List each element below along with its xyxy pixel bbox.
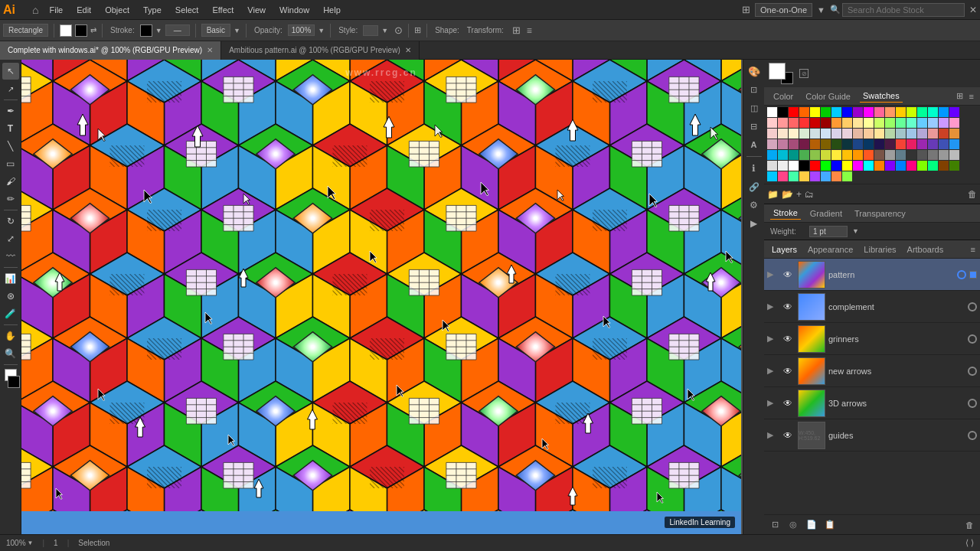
swatch-cell[interactable]: [789, 171, 799, 181]
swatch-cell[interactable]: [906, 129, 916, 139]
swatch-cell[interactable]: [864, 118, 874, 128]
menu-edit[interactable]: Edit: [70, 4, 97, 16]
swatch-cell[interactable]: [906, 150, 916, 160]
line-tool[interactable]: ╲: [2, 138, 19, 155]
layer-vis-guides[interactable]: 👁: [781, 429, 795, 442]
fill-box[interactable]: [769, 63, 786, 80]
swatch-cell[interactable]: [842, 139, 852, 149]
swatch-cell[interactable]: [917, 118, 927, 128]
opacity-value[interactable]: 100%: [288, 24, 315, 36]
swatch-cell[interactable]: [949, 139, 959, 149]
style-arrow[interactable]: ▼: [381, 27, 388, 34]
swatch-cell[interactable]: [789, 107, 799, 117]
swatch-cell[interactable]: [853, 161, 863, 171]
selection-tool[interactable]: ↖: [2, 63, 19, 80]
tab-gradient[interactable]: Gradient: [807, 207, 845, 220]
swatch-cell[interactable]: [853, 129, 863, 139]
swatch-cell[interactable]: [831, 171, 841, 181]
swatch-cell[interactable]: [885, 118, 895, 128]
tab-close-1[interactable]: ✕: [207, 46, 213, 54]
menu-effect[interactable]: Effect: [206, 4, 240, 16]
swatch-cell[interactable]: [799, 150, 809, 160]
zoom-value[interactable]: 100%: [6, 539, 26, 547]
swatch-cell[interactable]: [810, 171, 820, 181]
layer-expand-3d-arrows[interactable]: ▶: [767, 398, 778, 408]
layer-vis-complement[interactable]: 👁: [781, 300, 795, 314]
swatch-cell[interactable]: [799, 171, 809, 181]
swatches-menu-icon[interactable]: ≡: [969, 92, 974, 101]
pattern-canvas[interactable]: www.rrcg.cn LinkedIn Learning: [21, 60, 741, 534]
swatch-cell[interactable]: [939, 139, 949, 149]
fill-swatch[interactable]: [60, 24, 72, 37]
basic-arrow[interactable]: ▼: [234, 27, 240, 34]
menu-view[interactable]: View: [241, 4, 272, 16]
swatch-cell[interactable]: [906, 107, 916, 117]
layer-new-sublayer-btn[interactable]: 📋: [822, 517, 838, 533]
swatch-cell[interactable]: [842, 150, 852, 160]
swatch-cell[interactable]: [810, 161, 820, 171]
swatch-cell[interactable]: [906, 161, 916, 171]
links-icon[interactable]: 🔗: [746, 178, 763, 195]
swatch-cell[interactable]: [917, 107, 927, 117]
type-icon[interactable]: A: [746, 136, 763, 153]
swatch-cell[interactable]: [831, 118, 841, 128]
scale-tool[interactable]: ⤢: [2, 230, 19, 247]
swatch-cell[interactable]: [842, 129, 852, 139]
swatch-cell[interactable]: [864, 150, 874, 160]
swatch-cell[interactable]: [949, 150, 959, 160]
arrange-panels-icon[interactable]: ⊞: [512, 24, 521, 36]
layer-vis-pattern[interactable]: 👁: [781, 268, 795, 282]
swatch-cell[interactable]: [767, 129, 777, 139]
swatch-cell[interactable]: [767, 161, 777, 171]
stroke-color[interactable]: [140, 24, 152, 37]
zoom-control[interactable]: 100% ▼: [6, 539, 34, 547]
zoom-tool[interactable]: 🔍: [2, 345, 19, 362]
swatch-lib-icon[interactable]: 📂: [782, 189, 793, 200]
menu-object[interactable]: Object: [99, 4, 136, 16]
stroke-swatch[interactable]: [75, 24, 87, 37]
swatch-cell[interactable]: [949, 161, 959, 171]
swatch-cell[interactable]: [896, 118, 906, 128]
blend-tool[interactable]: ⊛: [2, 288, 19, 305]
panel-options-icon[interactable]: ≡: [527, 25, 532, 36]
layer-circle-3d-arrows[interactable]: [968, 399, 977, 408]
swatch-delete-icon[interactable]: 🗑: [968, 189, 977, 200]
swatch-cell[interactable]: [831, 161, 841, 171]
hand-tool[interactable]: ✋: [2, 328, 19, 344]
rearrange-icon[interactable]: ⊞: [742, 4, 750, 15]
menu-help[interactable]: Help: [317, 4, 347, 16]
swatch-cell[interactable]: [821, 150, 831, 160]
swatch-cell[interactable]: [885, 139, 895, 149]
basic-style[interactable]: Basic: [201, 24, 230, 37]
swatch-cell[interactable]: [853, 107, 863, 117]
swatch-cell[interactable]: [778, 129, 788, 139]
swatch-cell[interactable]: [842, 161, 852, 171]
layer-3d-arrows[interactable]: ▶ 👁 3D arrows: [764, 387, 980, 419]
swatch-cell[interactable]: [810, 129, 820, 139]
swatch-cell[interactable]: [928, 150, 938, 160]
align-icon[interactable]: ⊟: [746, 118, 763, 135]
play-icon[interactable]: ▶: [746, 215, 763, 232]
search-input[interactable]: [842, 3, 965, 17]
swatch-cell[interactable]: [767, 118, 777, 128]
close-icon[interactable]: ✕: [969, 5, 977, 15]
swatch-cell[interactable]: [853, 118, 863, 128]
pen-tool[interactable]: ✒: [2, 103, 19, 119]
layer-circle-new-arrows[interactable]: [968, 367, 977, 376]
swatch-cell[interactable]: [778, 150, 788, 160]
swatch-cell[interactable]: [928, 129, 938, 139]
swatch-cell[interactable]: [810, 139, 820, 149]
swatch-cell[interactable]: [767, 107, 777, 117]
layer-new-layer-btn[interactable]: 📄: [804, 517, 819, 533]
swatch-cell[interactable]: [928, 161, 938, 171]
swatch-cell[interactable]: [917, 139, 927, 149]
eyedropper-tool[interactable]: 🧪: [2, 305, 19, 322]
layer-vis-3d-arrows[interactable]: 👁: [781, 396, 795, 410]
swatch-add-icon[interactable]: +: [796, 189, 802, 200]
swatch-cell[interactable]: [778, 171, 788, 181]
swatch-cell[interactable]: [874, 129, 884, 139]
style-swatch[interactable]: [363, 25, 378, 36]
layer-complement[interactable]: ▶ 👁 complement: [764, 291, 980, 323]
swatch-cell[interactable]: [949, 129, 959, 139]
layer-circle-grinners[interactable]: [968, 334, 977, 344]
